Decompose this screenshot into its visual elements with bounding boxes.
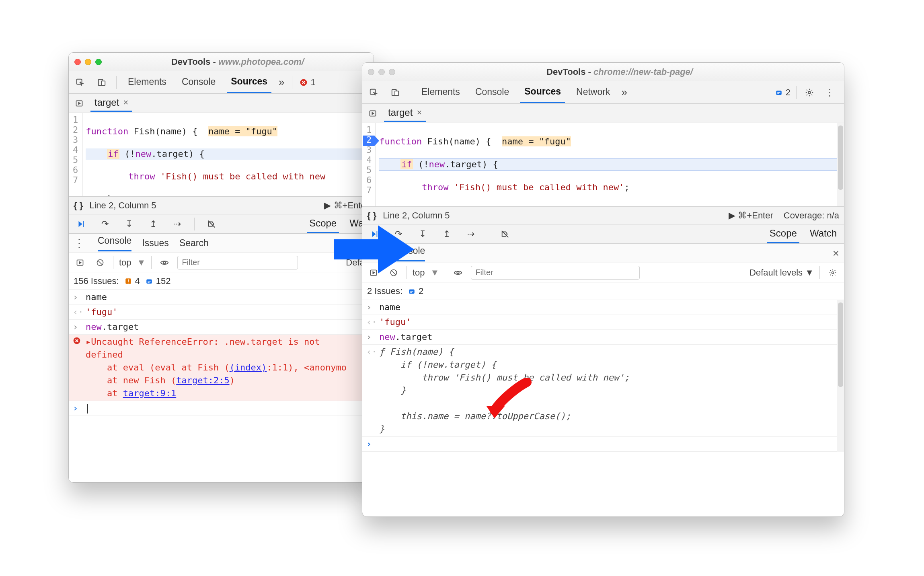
warn-badge: 4 [125,276,140,286]
devtools-toolbar: Elements Console Sources » 1 [69,71,374,94]
tab-watch[interactable]: Watch [807,224,839,243]
console-output[interactable]: ›name ‹·'fugu' ›new.target ‹·ƒ Fish(name… [362,300,844,452]
console-prompt[interactable]: › [69,401,374,416]
console-input-row: ›name [69,290,374,305]
step-over-icon[interactable]: ↷ [98,217,112,231]
clear-console-icon[interactable] [93,255,107,270]
step-icon[interactable]: ⇢ [464,227,478,241]
context-selector[interactable]: top [119,257,131,268]
device-toggle-icon[interactable] [94,75,109,90]
step-into-icon[interactable]: ↧ [122,217,136,231]
file-tab-target[interactable]: target × [384,105,426,122]
separator [194,218,195,230]
info-badge: 2 [408,286,423,296]
more-tabs-icon[interactable]: » [621,86,627,99]
filter-input[interactable] [177,256,298,269]
tab-elements[interactable]: Elements [417,82,464,102]
separator [488,228,488,241]
step-out-icon[interactable]: ↥ [439,227,454,241]
tab-elements[interactable]: Elements [124,72,170,92]
devtools-toolbar: Elements Console Sources Network » 2 ⋮ [362,81,844,104]
window-title: DevTools - www.photopea.com/ [107,57,368,67]
info-counter[interactable]: 2 [775,87,791,98]
console-input-row: ›new.target [69,320,374,335]
window-title: DevTools - chrome://new-tab-page/ [401,67,838,77]
close-dot[interactable] [368,69,374,75]
kebab-icon[interactable]: ⋮ [74,237,85,250]
coverage-label: Coverage: n/a [784,210,839,221]
separator [819,266,820,279]
window-right: DevTools - chrome://new-tab-page/ Elemen… [362,62,844,517]
drawer-tab-console[interactable]: Console [98,235,131,251]
code-area[interactable]: function Fish(name) { name = "fugu" if (… [82,113,374,196]
tab-sources[interactable]: Sources [227,72,271,93]
sidebar-toggle-icon[interactable] [73,255,87,270]
file-tabs: target × [69,94,374,113]
issues-label: 156 Issues: [74,276,119,286]
separator [445,266,445,279]
code-area[interactable]: function Fish(name) { name = "fugu" if (… [376,123,844,206]
minimize-dot[interactable] [85,59,91,65]
deactivate-breakpoints-icon[interactable] [498,227,512,241]
code-line: function Fish(name) { name = "fugu" [379,136,841,147]
inspect-icon[interactable] [73,75,87,90]
code-editor[interactable]: 1234567 function Fish(name) { name = "fu… [69,113,374,197]
close-icon[interactable]: × [417,107,422,118]
live-expr-icon[interactable] [451,265,465,280]
gear-icon[interactable] [825,265,840,280]
code-editor[interactable]: 1 2 34567 function Fish(name) { name = "… [362,123,844,207]
svg-point-8 [164,261,166,264]
tab-sources[interactable]: Sources [520,82,565,103]
tab-console[interactable]: Console [178,72,220,92]
editor-statusbar: { } Line 2, Column 5 ▶ ⌘+Enter Coverage:… [362,207,844,224]
deactivate-breakpoints-icon[interactable] [204,217,219,231]
gear-icon[interactable] [802,85,817,100]
close-icon[interactable]: × [123,97,128,108]
console-output[interactable]: ›name ‹·'fugu' ›new.target ▸Uncaught Ref… [69,290,374,416]
file-tab-target[interactable]: target × [90,95,132,112]
run-snippet-icon[interactable] [365,106,380,121]
run-snippet-icon[interactable] [72,96,86,111]
traffic-lights [74,59,102,65]
tab-scope[interactable]: Scope [767,224,799,243]
step-icon[interactable]: ⇢ [170,217,185,231]
issues-bar[interactable]: 2 Issues: 2 [362,282,844,300]
device-toggle-icon[interactable] [388,85,402,100]
info-badge: 152 [146,276,171,286]
scrollbar[interactable] [837,300,844,452]
zoom-dot[interactable] [389,69,395,75]
code-line: throw 'Fish() must be called with new [86,171,370,182]
drawer-tab-issues[interactable]: Issues [142,238,168,249]
zoom-dot[interactable] [95,59,102,65]
more-tabs-icon[interactable]: » [279,76,284,88]
resume-icon[interactable] [74,217,88,231]
levels-dropdown[interactable]: Default levels ▼ [749,267,814,278]
debug-toolbar: ↷ ↧ ↥ ⇢ Scope Wat [69,214,374,234]
file-tab-label: target [94,97,119,108]
scrollbar[interactable] [837,123,844,206]
titlebar: DevTools - chrome://new-tab-page/ [362,63,844,81]
pretty-print-icon[interactable]: { } [367,210,376,221]
minimize-dot[interactable] [378,69,385,75]
code-line: } [86,193,370,196]
line-gutter: 1 2 34567 [362,123,376,206]
close-drawer-icon[interactable]: × [833,247,839,260]
kebab-icon[interactable]: ⋮ [822,85,837,100]
debug-toolbar: ↷ ↧ ↥ ⇢ Scope Watch [362,224,844,244]
step-out-icon[interactable]: ↥ [146,217,160,231]
pretty-print-icon[interactable]: { } [74,200,83,211]
live-expr-icon[interactable] [157,255,172,270]
tab-network[interactable]: Network [572,82,614,102]
filter-input[interactable] [471,266,640,280]
close-dot[interactable] [74,59,81,65]
console-prompt[interactable]: › [362,437,844,452]
console-input-row: ›new.target [362,330,844,345]
separator [410,86,410,99]
drawer-tab-search[interactable]: Search [179,238,209,249]
tab-console[interactable]: Console [471,82,513,102]
issues-label: 2 Issues: [367,286,402,296]
error-counter[interactable]: 1 [300,77,316,88]
separator [113,256,113,269]
inspect-icon[interactable] [366,85,381,100]
issues-bar[interactable]: 156 Issues: 4 152 [69,272,374,290]
